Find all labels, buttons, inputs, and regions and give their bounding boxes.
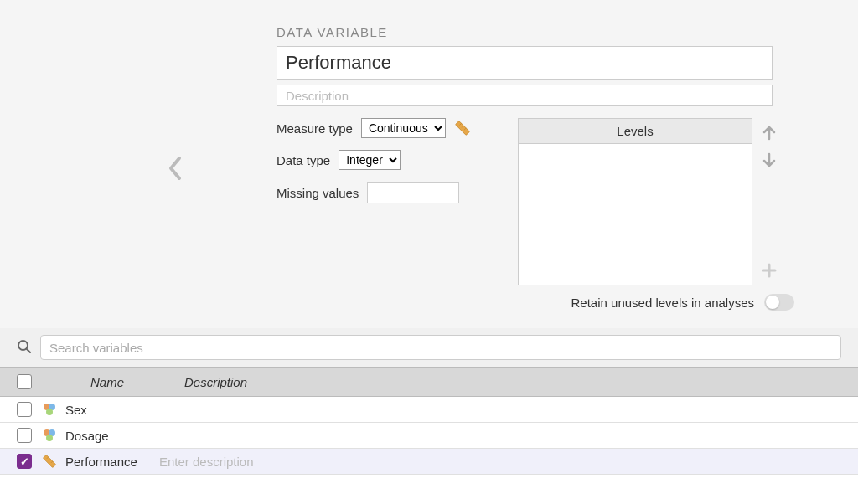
level-move-up-button[interactable] xyxy=(759,123,779,143)
retain-levels-toggle[interactable] xyxy=(764,294,794,311)
row-checkbox[interactable] xyxy=(17,402,32,417)
variable-name: Sex xyxy=(65,403,159,417)
search-input[interactable] xyxy=(40,335,841,360)
variable-list: SexDosagePerformanceEnter description xyxy=(0,397,858,475)
search-icon xyxy=(17,339,32,357)
nominal-icon xyxy=(42,428,65,443)
table-row[interactable]: Sex xyxy=(0,397,858,423)
svg-line-5 xyxy=(27,349,30,352)
row-checkbox[interactable] xyxy=(17,454,32,469)
level-move-down-button[interactable] xyxy=(759,150,779,170)
levels-header: Levels xyxy=(519,119,752,144)
variable-description: Enter description xyxy=(159,455,841,469)
variable-description-input[interactable] xyxy=(277,85,773,106)
nominal-icon xyxy=(42,402,65,417)
row-checkbox[interactable] xyxy=(17,428,32,443)
ruler-icon xyxy=(42,454,65,469)
ruler-icon xyxy=(454,120,471,136)
table-row[interactable]: PerformanceEnter description xyxy=(0,449,858,475)
svg-point-11 xyxy=(46,435,53,441)
variable-list-header: Name Description xyxy=(0,367,858,397)
measure-type-select[interactable]: Continuous xyxy=(361,118,446,138)
level-add-button[interactable] xyxy=(759,260,779,280)
column-header-description: Description xyxy=(184,375,841,389)
data-type-label: Data type xyxy=(277,153,330,167)
column-header-name: Name xyxy=(90,375,184,389)
back-button[interactable] xyxy=(168,155,184,184)
panel-title: DATA VARIABLE xyxy=(277,25,804,39)
svg-rect-12 xyxy=(43,455,55,467)
missing-values-input[interactable] xyxy=(367,182,459,203)
missing-values-label: Missing values xyxy=(277,186,359,200)
variable-name-input[interactable] xyxy=(277,46,773,80)
search-bar xyxy=(0,328,858,367)
select-all-checkbox[interactable] xyxy=(17,374,32,389)
svg-point-8 xyxy=(46,409,53,415)
svg-rect-0 xyxy=(455,121,469,136)
retain-levels-label: Retain unused levels in analyses xyxy=(571,296,754,310)
table-row[interactable]: Dosage xyxy=(0,423,858,449)
levels-box: Levels xyxy=(518,118,752,285)
variable-name: Dosage xyxy=(65,429,159,443)
variable-name: Performance xyxy=(65,455,159,469)
data-type-select[interactable]: Integer xyxy=(339,150,401,170)
measure-type-label: Measure type xyxy=(277,121,353,136)
variable-editor-panel: DATA VARIABLE Measure type Continuous Da… xyxy=(0,0,858,328)
